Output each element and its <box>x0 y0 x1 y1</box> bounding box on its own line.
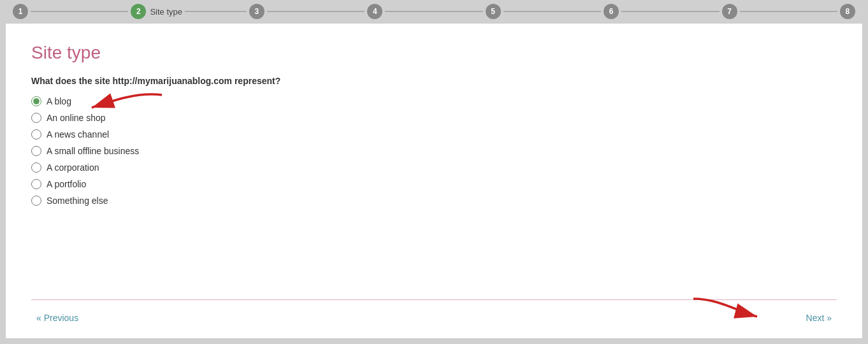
step-circle-2: 2 <box>131 4 146 19</box>
option-news-channel[interactable]: A news channel <box>31 129 837 140</box>
section-divider <box>31 299 837 300</box>
step-3: 3 <box>249 4 367 19</box>
step-7: 7 <box>722 4 840 19</box>
step-circle-8: 8 <box>840 4 855 19</box>
step-5: 5 <box>486 4 604 19</box>
step-2-label: Site type <box>150 7 182 17</box>
radio-online-shop[interactable] <box>31 113 41 123</box>
radio-portfolio[interactable] <box>31 179 41 189</box>
radio-news-channel[interactable] <box>31 129 41 140</box>
radio-corporation[interactable] <box>31 162 41 173</box>
step-8: 8 <box>840 4 855 19</box>
step-line-7 <box>740 11 837 12</box>
step-line-1 <box>31 11 128 12</box>
step-2: 2 Site type <box>131 4 249 19</box>
step-circle-3: 3 <box>249 4 264 19</box>
label-online-shop[interactable]: An online shop <box>47 113 106 123</box>
label-a-blog[interactable]: A blog <box>47 96 71 106</box>
step-line-6 <box>621 11 719 12</box>
label-small-offline-business[interactable]: A small offline business <box>47 146 139 156</box>
step-line-5 <box>503 11 601 12</box>
option-portfolio[interactable]: A portfolio <box>31 179 837 189</box>
radio-a-blog[interactable] <box>31 96 41 106</box>
label-news-channel[interactable]: A news channel <box>47 129 109 140</box>
question-label: What does the site http://mymarijuanablo… <box>31 76 837 86</box>
step-6: 6 <box>604 4 721 19</box>
step-circle-6: 6 <box>604 4 619 19</box>
label-corporation[interactable]: A corporation <box>47 162 99 173</box>
label-portfolio[interactable]: A portfolio <box>47 179 86 189</box>
page-title: Site type <box>31 43 837 63</box>
step-circle-1: 1 <box>13 4 28 19</box>
previous-button[interactable]: « Previous <box>31 310 83 326</box>
step-circle-5: 5 <box>486 4 501 19</box>
step-circle-4: 4 <box>367 4 382 19</box>
red-arrow-next <box>687 292 763 324</box>
main-content: Site type What does the site http://myma… <box>5 23 863 339</box>
next-button[interactable]: Next » <box>801 310 837 326</box>
options-list: A blog An online shop <box>31 96 837 206</box>
option-online-shop[interactable]: An online shop <box>31 113 837 123</box>
step-circle-7: 7 <box>722 4 737 19</box>
step-line-2 <box>185 11 247 12</box>
option-a-blog[interactable]: A blog <box>31 96 837 106</box>
option-small-offline-business[interactable]: A small offline business <box>31 146 837 156</box>
radio-small-offline-business[interactable] <box>31 146 41 156</box>
step-line-3 <box>267 11 365 12</box>
step-1: 1 <box>13 4 131 19</box>
radio-something-else[interactable] <box>31 196 41 206</box>
step-4: 4 <box>367 4 485 19</box>
progress-bar: 1 2 Site type 3 4 5 6 7 <box>0 0 868 23</box>
label-something-else[interactable]: Something else <box>47 196 108 206</box>
option-corporation[interactable]: A corporation <box>31 162 837 173</box>
step-line-4 <box>385 11 482 12</box>
option-something-else[interactable]: Something else <box>31 196 837 206</box>
nav-row: « Previous Next » <box>31 310 837 326</box>
